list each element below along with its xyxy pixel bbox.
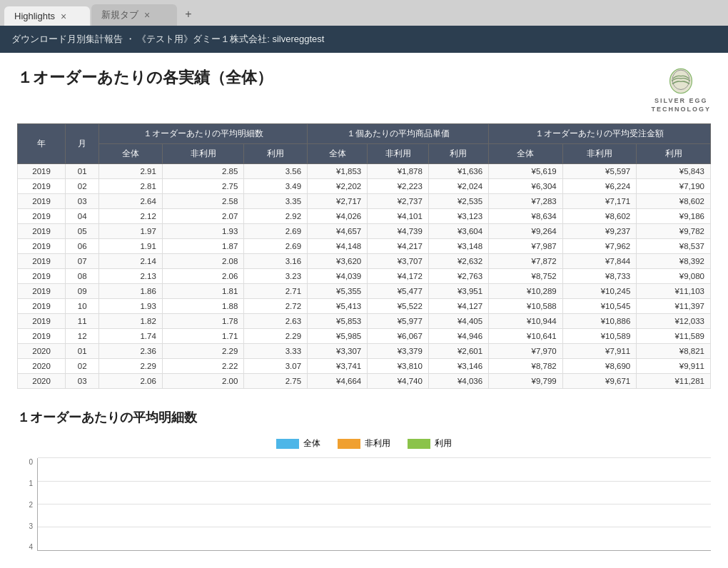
th-g2-use: 利用: [428, 144, 488, 164]
table-cell: ¥5,413: [308, 299, 368, 314]
table-cell: 03: [66, 374, 99, 389]
table-cell: 2.00: [162, 374, 244, 389]
chart-title: １オーダーあたりの平均明細数: [17, 409, 711, 426]
table-row: 2020022.292.223.07¥3,741¥3,810¥3,146¥8,7…: [18, 359, 711, 374]
tab-newtab[interactable]: 新規タブ ×: [91, 4, 177, 26]
table-cell: ¥8,752: [489, 269, 563, 284]
table-cell: ¥3,951: [428, 284, 488, 299]
table-cell: 1.81: [162, 284, 244, 299]
table-cell: 1.71: [162, 329, 244, 344]
tab-highlights-label: Highlights: [14, 11, 55, 21]
table-cell: 2.63: [244, 314, 308, 329]
table-cell: 2.06: [99, 374, 163, 389]
main-content: ダウンロード月別集計報告 ・ 《テスト用》ダミー１株式会社: silveregg…: [0, 26, 728, 568]
table-cell: ¥5,522: [368, 299, 429, 314]
table-cell: 2.13: [99, 269, 163, 284]
tab-highlights-close[interactable]: ×: [61, 11, 66, 21]
table-cell: ¥5,477: [368, 284, 429, 299]
tab-newtab-close[interactable]: ×: [144, 10, 150, 20]
table-cell: 3.56: [244, 164, 308, 179]
table-cell: 1.88: [162, 299, 244, 314]
legend-non-label: 非利用: [365, 437, 390, 450]
table-cell: ¥4,217: [368, 239, 429, 254]
th-g3-all: 全体: [489, 144, 563, 164]
table-cell: ¥5,985: [308, 329, 368, 344]
table-cell: ¥5,355: [308, 284, 368, 299]
tab-highlights[interactable]: Highlights ×: [4, 6, 90, 26]
header-bar: ダウンロード月別集計報告 ・ 《テスト用》ダミー１株式会社: silveregg…: [0, 26, 728, 53]
new-tab-button[interactable]: +: [178, 4, 198, 24]
x-axis-label: 2020-03: [670, 562, 711, 568]
table-cell: ¥8,821: [637, 344, 711, 359]
table-cell: 1.97: [99, 224, 163, 239]
table-cell: 06: [66, 239, 99, 254]
table-cell: 2.91: [99, 164, 163, 179]
th-year: 年: [18, 124, 66, 164]
table-cell: ¥5,619: [489, 164, 563, 179]
table-cell: ¥11,589: [637, 329, 711, 344]
table-cell: 2.22: [162, 359, 244, 374]
table-cell: 1.86: [99, 284, 163, 299]
table-cell: ¥4,036: [428, 374, 488, 389]
table-cell: 3.23: [244, 269, 308, 284]
x-axis-label: 2019-06: [266, 562, 307, 568]
table-cell: 2019: [18, 254, 66, 269]
table-cell: ¥10,589: [562, 329, 637, 344]
table-cell: ¥11,103: [637, 284, 711, 299]
table-cell: ¥7,171: [562, 194, 637, 209]
table-cell: ¥1,878: [368, 164, 429, 179]
table-cell: ¥9,671: [562, 374, 637, 389]
table-cell: 2019: [18, 284, 66, 299]
table-cell: 01: [66, 164, 99, 179]
logo-text: SILVER EGG TECHNOLOGY: [651, 97, 711, 113]
chart-section: １オーダーあたりの平均明細数 全体 非利用 利用 4: [17, 409, 711, 568]
th-g2-all: 全体: [308, 144, 368, 164]
table-cell: 2.81: [99, 179, 163, 194]
table-cell: 03: [66, 194, 99, 209]
th-g3-non: 非利用: [562, 144, 637, 164]
x-axis-label: 2019-10: [445, 562, 486, 568]
th-g3-use: 利用: [637, 144, 711, 164]
table-cell: 3.16: [244, 254, 308, 269]
table-cell: 2.72: [244, 299, 308, 314]
table-cell: ¥3,148: [428, 239, 488, 254]
table-row: 2019111.821.782.63¥5,853¥5,977¥4,405¥10,…: [18, 314, 711, 329]
table-cell: 2.29: [99, 359, 163, 374]
table-cell: ¥4,172: [368, 269, 429, 284]
table-cell: 02: [66, 359, 99, 374]
table-cell: ¥4,405: [428, 314, 488, 329]
table-cell: 2.75: [244, 374, 308, 389]
table-cell: ¥9,080: [637, 269, 711, 284]
th-group2: １個あたりの平均商品単価: [308, 124, 489, 144]
logo-area: SILVER EGG TECHNOLOGY: [651, 67, 711, 113]
x-axis-label: 2019-12: [535, 562, 576, 568]
table-cell: ¥8,537: [637, 239, 711, 254]
section1-header: １オーダーあたりの各実績（全体） SILVER EGG TECHNOLOGY: [17, 67, 711, 113]
table-cell: 08: [66, 269, 99, 284]
table-cell: ¥2,632: [428, 254, 488, 269]
table-cell: 3.07: [244, 359, 308, 374]
legend-all: 全体: [276, 437, 320, 450]
table-cell: ¥2,223: [368, 179, 429, 194]
table-cell: 2.07: [162, 209, 244, 224]
table-cell: 12: [66, 329, 99, 344]
table-cell: ¥4,101: [368, 209, 429, 224]
bar-chart-wrapper: 4 3 2 1 0 2019-012019-022019-032019-0420…: [17, 458, 711, 568]
table-cell: 2.58: [162, 194, 244, 209]
table-cell: 2019: [18, 314, 66, 329]
table-cell: ¥11,397: [637, 299, 711, 314]
x-axis-label: 2019-09: [401, 562, 442, 568]
table-cell: ¥7,970: [489, 344, 563, 359]
table-cell: 2.92: [244, 209, 308, 224]
table-cell: 2019: [18, 179, 66, 194]
table-cell: ¥10,641: [489, 329, 563, 344]
table-cell: 2.29: [244, 329, 308, 344]
table-row: 2019061.911.872.69¥4,148¥4,217¥3,148¥7,9…: [18, 239, 711, 254]
table-cell: ¥8,733: [562, 269, 637, 284]
x-axis-label: 2019-05: [221, 562, 262, 568]
silver-egg-logo: [659, 67, 702, 96]
th-group1: １オーダーあたりの平均明細数: [99, 124, 308, 144]
table-cell: ¥9,186: [637, 209, 711, 224]
x-axis-label: 2019-04: [176, 562, 217, 568]
table-cell: 2.64: [99, 194, 163, 209]
